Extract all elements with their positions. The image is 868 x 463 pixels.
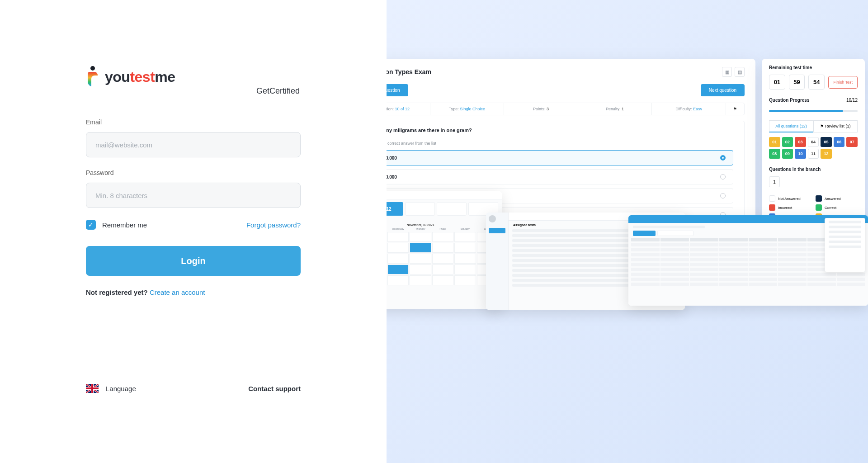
svg-point-0	[90, 66, 95, 71]
uk-flag-icon	[86, 384, 99, 393]
question-cell[interactable]: 03	[795, 137, 806, 147]
next-question-button[interactable]: Next question	[701, 84, 745, 96]
branch-title: Questions in the branch	[769, 167, 858, 172]
create-account-link[interactable]: Create an account	[150, 288, 205, 296]
question-cell[interactable]: 12	[821, 149, 832, 159]
question-grid: 010203040506070809101112	[769, 137, 858, 159]
email-label: Email	[86, 118, 301, 126]
calendar-grid	[387, 232, 498, 285]
password-label: Password	[86, 169, 301, 176]
remaining-time-title: Remaining test time	[769, 65, 858, 70]
language-selector[interactable]: Language	[86, 384, 136, 393]
legend-item: Incorrect	[769, 204, 811, 211]
tab-all-questions[interactable]: All questions (12)	[769, 120, 813, 132]
progress-value: 10/12	[846, 98, 858, 107]
question-cell[interactable]: 09	[782, 149, 793, 159]
timer-minutes: 59	[789, 75, 805, 90]
question-cell[interactable]: 07	[846, 137, 858, 147]
notification-panel	[825, 218, 865, 272]
progress-title: Question Progress	[769, 98, 809, 103]
login-panel: youtestme GetCertified Email Password ✓ …	[0, 0, 387, 463]
users-table-preview-card	[628, 215, 868, 306]
question-cell[interactable]: 02	[782, 137, 793, 147]
logo-wordmark: youtestme	[105, 69, 175, 85]
calendar-date-pill[interactable]: 12	[387, 202, 403, 216]
timer-hours: 01	[769, 75, 785, 90]
language-label: Language	[106, 385, 136, 392]
options-row: ✓ Remember me Forgot password?	[86, 220, 301, 230]
question-cell[interactable]: 04	[808, 137, 819, 147]
question-hint: Select one correct answer from the list	[387, 141, 733, 146]
logo-mark-icon	[86, 66, 99, 88]
question-cell[interactable]: 10	[795, 149, 806, 159]
logo-subtitle: GetCertified	[86, 86, 301, 96]
finish-test-button[interactable]: Finish Test	[828, 76, 858, 89]
layout-icon[interactable]: ▦	[722, 67, 732, 77]
contact-support-link[interactable]: Contact support	[248, 385, 301, 392]
flag-icon[interactable]: ⚑	[726, 103, 744, 115]
login-button[interactable]: Login	[86, 246, 301, 276]
forgot-password-link[interactable]: Forgot password?	[246, 221, 301, 229]
answer-option[interactable]: 1.10.000	[387, 150, 733, 165]
question-cell[interactable]: 01	[769, 137, 780, 147]
legend-item: Correct	[816, 204, 858, 211]
password-field-group: Password	[86, 169, 301, 208]
email-field-group: Email	[86, 118, 301, 157]
question-cell[interactable]: 11	[808, 149, 819, 159]
legend-item: Not Answered	[769, 195, 811, 202]
progress-bar	[769, 110, 858, 112]
self-enroll-title: Available for self-enrollment	[387, 218, 497, 222]
branch-value: 1	[769, 176, 780, 187]
question-cell[interactable]: 08	[769, 149, 780, 159]
avatar	[489, 215, 496, 222]
remember-checkbox[interactable]: ✓	[86, 220, 96, 230]
question-cell[interactable]: 05	[821, 137, 832, 147]
assignments-preview-card: 12 Available for self-enrollment Novembe…	[387, 191, 502, 309]
question-cell[interactable]: 06	[834, 137, 845, 147]
logo: youtestme GetCertified	[86, 66, 301, 96]
calendar-month: November, 10 2021	[387, 223, 501, 227]
legend-item: Answered	[816, 195, 858, 202]
not-registered-text: Not registered yet?	[86, 288, 150, 296]
register-row: Not registered yet? Create an account	[86, 288, 301, 296]
footer-row: Language Contact support	[86, 384, 301, 393]
grid-icon[interactable]: ▤	[735, 67, 745, 77]
email-input[interactable]	[86, 132, 301, 157]
svg-rect-5	[86, 387, 99, 389]
password-input[interactable]	[86, 183, 301, 208]
answer-option[interactable]: 2.10.000	[387, 169, 733, 184]
remember-me[interactable]: ✓ Remember me	[86, 220, 147, 230]
tab-review-list[interactable]: ⚑ Review list (1)	[813, 120, 858, 132]
illustration-panel: All Question Types Exam ▦ ▤ Previous que…	[387, 0, 868, 463]
previous-question-button[interactable]: Previous question	[387, 84, 408, 96]
question-text: How many miligrams are there in one gram…	[387, 128, 733, 133]
exam-title: All Question Types Exam	[387, 68, 431, 76]
question-meta-strip: Question: 10 of 12 Type: Single Choice P…	[387, 103, 745, 115]
timer-seconds: 54	[808, 75, 825, 90]
remember-label: Remember me	[102, 221, 147, 229]
